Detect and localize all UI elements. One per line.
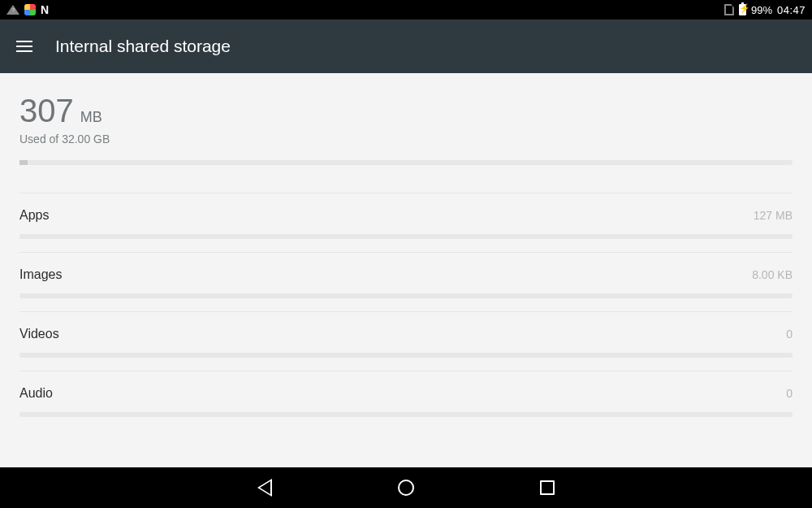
recent-icon <box>540 480 555 495</box>
nav-back-button[interactable] <box>255 478 274 497</box>
category-size: 0 <box>786 387 793 400</box>
notification-app-icon <box>24 4 36 15</box>
category-apps[interactable]: Apps 127 MB <box>19 193 793 252</box>
category-usage-bar <box>19 412 793 417</box>
used-amount: 307 <box>19 93 74 129</box>
category-usage-bar <box>19 234 793 239</box>
home-icon <box>398 480 414 496</box>
category-usage-bar <box>19 293 793 298</box>
category-list: Apps 127 MB Images 8.00 KB Videos 0 <box>19 193 793 430</box>
category-label: Audio <box>19 386 53 401</box>
storage-summary: 307 MB Used of 32.00 GB <box>19 93 793 176</box>
wifi-unknown-icon <box>6 5 19 15</box>
nav-home-button[interactable] <box>396 478 416 497</box>
back-icon <box>257 479 272 497</box>
page-title: Internal shared storage <box>55 37 231 56</box>
status-clock: 04:47 <box>777 4 806 16</box>
no-sim-icon <box>724 4 734 15</box>
used-unit: MB <box>80 109 102 126</box>
category-size: 127 MB <box>754 209 793 222</box>
category-size: 8.00 KB <box>752 268 793 281</box>
category-audio[interactable]: Audio 0 <box>19 371 793 430</box>
menu-icon[interactable] <box>16 41 32 52</box>
battery-charging-icon <box>739 4 746 15</box>
category-label: Images <box>19 267 62 282</box>
status-bar: N 99% 04:47 <box>0 0 812 20</box>
storage-content: 307 MB Used of 32.00 GB Apps 127 MB Imag… <box>0 73 812 467</box>
category-size: 0 <box>786 328 793 341</box>
category-videos[interactable]: Videos 0 <box>19 311 793 371</box>
total-usage-bar <box>19 160 793 165</box>
category-label: Apps <box>19 208 49 223</box>
battery-percent: 99% <box>751 4 772 16</box>
category-images[interactable]: Images 8.00 KB <box>19 252 793 311</box>
category-usage-bar <box>19 353 793 358</box>
used-subtitle: Used of 32.00 GB <box>19 132 793 145</box>
navigation-bar <box>0 467 812 508</box>
notification-n-icon: N <box>41 3 49 16</box>
nav-recent-button[interactable] <box>538 478 557 497</box>
app-bar: Internal shared storage <box>0 20 812 73</box>
category-label: Videos <box>19 327 59 341</box>
